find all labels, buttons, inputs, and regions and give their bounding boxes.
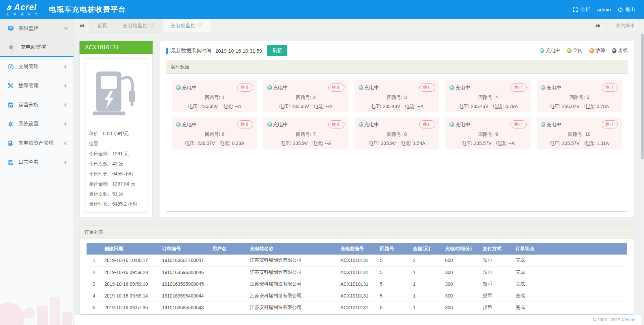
circuit-status: 充电中 xyxy=(455,85,470,91)
terminate-button[interactable]: 终止 xyxy=(419,84,435,92)
sidebar-item-2[interactable]: ¥ 交易管理 xyxy=(0,57,73,76)
tab-2[interactable]: 充电站监控× xyxy=(115,19,163,33)
table-cell: 5 xyxy=(377,266,410,278)
table-cell: 4 xyxy=(87,290,102,302)
terminate-button[interactable]: 终止 xyxy=(328,84,344,92)
station-stat-row: 单价: 5.00 小时/元 xyxy=(89,128,143,139)
circuit-card: 充电中 终止 回路号:4 电压:235.43V 电流:0.79A xyxy=(445,80,531,112)
vertical-scrollbar[interactable] xyxy=(641,33,644,325)
table-row[interactable]: 42019-10-16 09:59:141910163595400044江苏安科… xyxy=(87,290,627,302)
sidebar-item-5[interactable]: 系统设置 xyxy=(0,114,73,133)
voltage-value: 235.57V xyxy=(474,141,491,146)
close-icon[interactable]: × xyxy=(198,23,203,28)
status-dot-icon xyxy=(267,122,272,127)
close-operations-button[interactable]: 关闭操作 xyxy=(606,19,644,33)
table-row[interactable]: 22019-10-16 09:59:231910163596300046江苏安科… xyxy=(87,266,627,278)
collect-time-label: 最新数据采集时间: xyxy=(171,48,213,54)
refresh-button[interactable]: 刷新 xyxy=(267,45,287,56)
monitor-panel: 最新数据采集时间: 2019-10-16 10:31:59 刷新 充电中 空闲 … xyxy=(160,41,634,217)
sidebar-item-3[interactable]: 故障管理 xyxy=(0,76,73,95)
circuit-number-line: 回路号:10 xyxy=(541,131,618,138)
stat-label: 今日金额: xyxy=(89,151,109,156)
column-header: 订单编号 xyxy=(159,243,210,255)
col-index xyxy=(87,243,102,255)
circuit-number: 6 xyxy=(222,131,224,137)
sidebar-item-label: 交易管理 xyxy=(18,63,39,70)
station-stats: 单价: 5.00 小时/元 位置: 今日金额: 1291 元 今日次数: 42 … xyxy=(89,128,143,209)
logout-button[interactable]: 退出 xyxy=(618,6,635,13)
sidebar-item-4[interactable]: 运营分析 xyxy=(0,95,73,114)
table-cell: 1 xyxy=(410,266,442,278)
terminate-button[interactable]: 终止 xyxy=(419,120,435,128)
current-value: 0.79A xyxy=(505,104,518,109)
footer-brand-link[interactable]: ©Acrel xyxy=(622,317,635,322)
terminate-button[interactable]: 终止 xyxy=(511,120,527,128)
circuit-card: 充电中 终止 回路号:7 电压:235.9V 电流:--A xyxy=(263,117,348,149)
sidebar-item-1[interactable]: 实时监控 xyxy=(0,19,73,38)
acrel-logo-icon xyxy=(6,4,13,11)
circuit-number: 8 xyxy=(404,131,407,137)
table-cell: 300 xyxy=(442,278,480,290)
scrollbar-thumb[interactable] xyxy=(641,34,644,159)
calendar-icon xyxy=(7,102,14,108)
table-row[interactable]: 32019-10-16 09:59:191910163595900045江苏安科… xyxy=(87,278,627,290)
terminate-button[interactable]: 终止 xyxy=(602,84,618,92)
chevron-left-icon xyxy=(64,122,68,126)
sidebar-item-label: 实时监控 xyxy=(18,25,39,32)
table-cell xyxy=(210,302,247,313)
tabs-scroll-left-button[interactable] xyxy=(74,19,90,33)
fullscreen-label: 全屏 xyxy=(580,6,590,13)
sidebar-group-2: ¥ 交易管理 xyxy=(0,57,73,76)
tabs-scroll-right-button[interactable] xyxy=(590,19,606,33)
stat-value: 51 次 xyxy=(112,191,123,197)
transaction-icon: ¥ xyxy=(7,63,14,70)
table-cell: 江苏安科瑞制造有限公司 xyxy=(247,266,338,278)
table-cell: 1 xyxy=(410,290,442,302)
circuit-number: 5 xyxy=(587,95,589,100)
current-value: 1.54A xyxy=(413,141,425,146)
sidebar-item-6[interactable]: 充电桩资产管理 xyxy=(0,133,73,153)
sidebar-item-label: 运营分析 xyxy=(18,102,39,108)
username[interactable]: admin xyxy=(597,7,611,12)
table-cell: 投币 xyxy=(480,278,513,290)
status-dot-icon xyxy=(541,85,545,90)
column-header: 创建日期 xyxy=(102,243,159,255)
table-cell: 江苏安科瑞制造有限公司 xyxy=(247,302,338,313)
tab-1[interactable]: 首页 xyxy=(90,19,115,33)
table-cell: 2019-10-16 09:59:19 xyxy=(102,278,159,290)
status-dot-icon xyxy=(567,48,572,53)
log-icon xyxy=(7,159,14,166)
stat-value: 1297.04 元 xyxy=(112,181,136,186)
terminate-button[interactable]: 终止 xyxy=(237,120,253,128)
table-cell: 5 xyxy=(87,302,102,313)
circuit-values-line: 电压:235.9V 电流:1.54A xyxy=(359,141,436,147)
circuit-status: 充电中 xyxy=(546,85,561,91)
terminate-button[interactable]: 终止 xyxy=(328,120,344,128)
sidebar-subitem[interactable]: 充电站监控 xyxy=(0,38,73,56)
fullscreen-button[interactable]: 全屏 xyxy=(573,6,590,13)
table-cell: 1 xyxy=(87,255,102,266)
sidebar: 实时监控 充电站监控 ¥ 交易管理 故障管理 运营分析 系统设置 充电桩资产管 xyxy=(0,19,74,325)
circuit-values-line: 电压:235.43V 电流:--A xyxy=(359,104,436,110)
circuit-number: 3 xyxy=(404,95,407,100)
legend-item: 空闲 xyxy=(567,48,583,54)
gear-icon xyxy=(7,121,14,127)
circuit-status: 充电中 xyxy=(455,121,470,128)
collect-time-value: 2019-10-16 10:31:59 xyxy=(215,48,262,54)
table-cell: 2019-10-16 09:59:14 xyxy=(102,290,159,302)
table-cell: ACX1010131 xyxy=(338,290,377,302)
status-dot-icon xyxy=(359,122,363,127)
circuit-values-line: 电压:236.07V 电流:0.78A xyxy=(541,104,618,110)
tab-3[interactable]: 充电桩监控× xyxy=(163,19,211,33)
table-row[interactable]: 12019-10-16 10:00:171910163601700047江苏安科… xyxy=(87,255,627,266)
orders-table-header: 创建日期订单编号用户名充电站名称充电桩编号回路号金额(元)充电时间(分)支付方式… xyxy=(87,243,627,255)
brand-logo-subtext: 安 科 瑞 电 气 xyxy=(6,13,40,16)
stat-value: 42 次 xyxy=(112,161,123,166)
terminate-button[interactable]: 终止 xyxy=(511,84,527,92)
sidebar-item-7[interactable]: 日志查看 xyxy=(0,153,73,172)
terminate-button[interactable]: 终止 xyxy=(602,120,618,128)
close-icon[interactable]: × xyxy=(150,23,155,28)
terminate-button[interactable]: 终止 xyxy=(237,84,253,92)
table-row[interactable]: 52019-10-16 09:57:351910163585500043江苏安科… xyxy=(87,302,627,313)
table-cell: 1910163595900045 xyxy=(159,278,210,290)
